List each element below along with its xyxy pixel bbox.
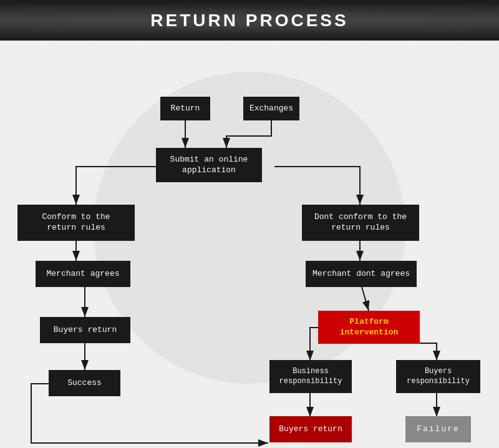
conform-box: Conform to thereturn rules [17, 205, 135, 241]
submit-box: Submit an onlineapplication [156, 148, 262, 182]
merchant-dont-box: Merchant dont agrees [306, 261, 417, 287]
buyers-return-center-box: Buyers return [269, 416, 352, 442]
page-title: RETURN PROCESS [150, 11, 348, 31]
business-responsibility-box: Businessresponsibility [269, 360, 352, 393]
flowchart: Return Exchanges Submit an onlineapplica… [0, 41, 499, 448]
not-conform-box: Dont conform to thereturn rules [302, 205, 419, 241]
header: RETURN PROCESS [0, 0, 499, 41]
failure-box: Failure [405, 416, 471, 442]
buyers-return-left-box: Buyers return [40, 317, 130, 343]
buyers-responsibility-box: Buyersresponsibility [396, 360, 480, 393]
success-box: Success [49, 370, 120, 396]
exchanges-box: Exchanges [243, 97, 299, 120]
platform-intervention-box: Platformintervention [318, 311, 420, 344]
main-content: Return Exchanges Submit an onlineapplica… [0, 41, 499, 448]
return-box: Return [160, 97, 210, 120]
merchant-agrees-box: Merchant agrees [36, 261, 130, 287]
